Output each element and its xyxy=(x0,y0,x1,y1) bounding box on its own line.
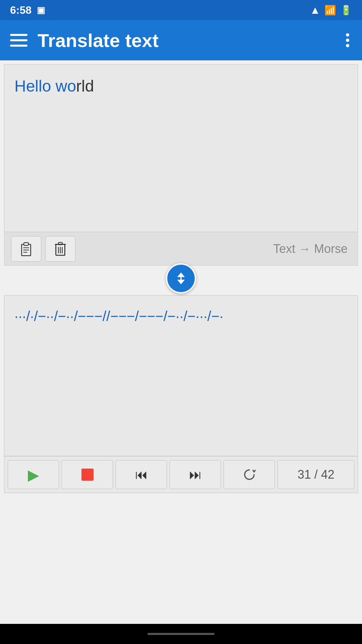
trash-icon xyxy=(54,242,66,256)
input-text-content: Hello world xyxy=(14,75,348,97)
output-text-area: ···/·/−··/−··/−−−//−−−/−−−/−··/−···/−· xyxy=(4,295,358,456)
stop-button[interactable] xyxy=(62,460,113,489)
nav-indicator xyxy=(147,633,215,635)
page-title: Translate text xyxy=(38,30,333,51)
svg-rect-7 xyxy=(58,242,62,245)
swap-button[interactable] xyxy=(166,263,196,293)
counter-display: 31 / 42 xyxy=(278,460,354,489)
time-display: 6:58 xyxy=(10,4,32,16)
status-icons: ▲ 📶 🔋 xyxy=(310,4,352,16)
delete-button[interactable] xyxy=(45,236,75,262)
counter-text: 31 / 42 xyxy=(298,468,335,482)
stop-icon xyxy=(81,469,94,481)
sim-icon: ▣ xyxy=(37,5,45,15)
status-time: 6:58 ▣ xyxy=(10,4,45,16)
input-text-blue-part: Hello wo xyxy=(14,77,76,95)
wifi-icon: ▲ xyxy=(310,4,320,16)
fast-forward-icon: ⏭ xyxy=(189,468,202,482)
swap-button-container xyxy=(0,265,362,295)
swap-vertical-icon xyxy=(172,270,190,287)
replay-button[interactable] xyxy=(224,460,275,489)
play-button[interactable]: ▶ xyxy=(8,460,59,489)
hamburger-menu-icon[interactable] xyxy=(10,34,27,47)
input-text-black-part: rld xyxy=(76,77,94,95)
replay-icon xyxy=(242,467,257,482)
rewind-button[interactable]: ⏮ xyxy=(116,460,167,489)
app-bar: Translate text xyxy=(0,20,362,60)
play-icon: ▶ xyxy=(28,466,39,483)
svg-rect-1 xyxy=(24,243,28,245)
fast-forward-button[interactable]: ⏭ xyxy=(170,460,221,489)
signal-icon: 📶 xyxy=(324,5,336,16)
direction-label: Text → Morse xyxy=(79,242,351,256)
battery-icon: 🔋 xyxy=(340,5,352,16)
input-text-area[interactable]: Hello world xyxy=(4,64,358,232)
clipboard-icon xyxy=(19,241,34,256)
output-morse-text: ···/·/−··/−··/−−−//−−−/−−−/−··/−···/−· xyxy=(14,306,348,327)
rewind-icon: ⏮ xyxy=(135,468,148,482)
navigation-bar xyxy=(0,624,362,644)
paste-button[interactable] xyxy=(11,236,41,262)
more-options-icon[interactable] xyxy=(343,30,352,51)
input-toolbar: Text → Morse xyxy=(4,232,358,266)
status-bar: 6:58 ▣ ▲ 📶 🔋 xyxy=(0,0,362,20)
bottom-controls: ▶ ⏮ ⏭ 31 / 42 xyxy=(4,456,358,493)
